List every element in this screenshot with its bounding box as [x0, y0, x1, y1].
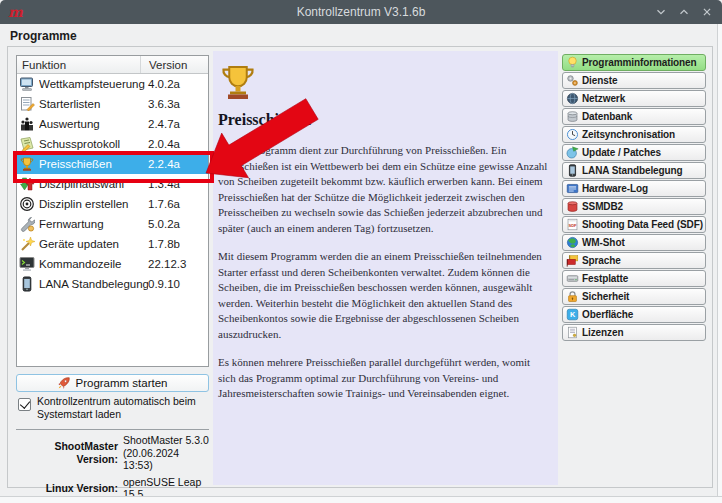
version-info: ShootMaster Version:ShootMaster 5.3.0 (2… [16, 434, 214, 503]
rocket-icon [57, 376, 71, 390]
version-label: Linux Version: [16, 482, 118, 495]
start-program-label: Programm starten [75, 377, 167, 389]
description-paragraph-3: Es können mehrere Preisschießen parallel… [218, 355, 548, 402]
detail-panel: Preisschießen Dieses Programm dient zur … [213, 51, 558, 485]
sidebar-label: Update / Patches [582, 147, 661, 158]
sidebar-button-wm-shot[interactable]: WM-Shot [562, 234, 706, 251]
sidebar-button-sprache[interactable]: Sprache [562, 252, 706, 269]
function-label: Preisschießen [39, 158, 148, 170]
sidebar-button-festplatte[interactable]: Festplatte [562, 270, 706, 287]
protocol-icon [19, 136, 35, 152]
svg-text:SDF: SDF [569, 223, 577, 228]
function-label: Geräte updaten [39, 238, 148, 250]
autostart-checkbox[interactable]: Kontrollzentrum automatisch beim Systems… [18, 395, 208, 420]
table-row-disziplinauswahl[interactable]: Disziplinauswahl1.3.4a [17, 174, 208, 194]
function-label: Fernwartung [39, 218, 148, 230]
table-row-starterlisten[interactable]: Starterlisten3.6.3a [17, 94, 208, 114]
minimize-button[interactable] [654, 5, 668, 19]
function-table: FunktionVersion Wettkampfsteuerung4.0.2a… [16, 55, 209, 367]
version-value: 5.0.2a [148, 218, 208, 230]
detail-title: Preisschießen [218, 111, 548, 129]
version-value: 2.2.4a [148, 158, 208, 170]
sidebar-button-dienste[interactable]: Dienste [562, 72, 706, 89]
version-value: 1.3.4a [148, 178, 208, 190]
table-row-kommandozeile[interactable]: Kommandozeile22.12.3 [17, 254, 208, 274]
table-row-auswertung[interactable]: Auswertung2.4.7a [17, 114, 208, 134]
table-body: Wettkampfsteuerung4.0.2aStarterlisten3.6… [17, 74, 208, 294]
svg-text:K: K [570, 310, 576, 319]
function-label: Auswertung [39, 118, 148, 130]
table-row-fernwartung[interactable]: Fernwartung5.0.2a [17, 214, 208, 234]
sidebar-button-lizenzen[interactable]: Lizenzen [562, 324, 706, 341]
clock-icon [566, 128, 579, 141]
sidebar-button-oberflaeche[interactable]: KOberfläche [562, 306, 706, 323]
sidebar-label: LANA Standbelegung [582, 165, 683, 176]
function-label: Disziplinauswahl [39, 178, 148, 190]
sidebar-label: Hardware-Log [582, 183, 648, 194]
sidebar-label: Programminformationen [582, 57, 697, 68]
table-row-preisschiessen[interactable]: Preisschießen2.2.4a [17, 154, 208, 174]
sidebar-button-hardware-log[interactable]: Hardware-Log [562, 180, 706, 197]
sidebar-label: Lizenzen [582, 327, 623, 338]
sidebar-label: Zeitsynchronisation [582, 129, 675, 140]
autostart-label: Kontrollzentrum automatisch beim Systems… [37, 395, 208, 420]
gears-icon [566, 74, 579, 87]
database-icon [566, 110, 579, 123]
close-button[interactable] [700, 5, 714, 19]
table-row-lana-standbelegung[interactable]: LANA Standbelegung0.9.10 [17, 274, 208, 294]
magic-wand-icon [19, 236, 35, 252]
maximize-button[interactable] [677, 5, 691, 19]
window-frame-bottom [0, 496, 722, 503]
column-header-version[interactable]: Version [141, 59, 187, 71]
globe-update-icon [566, 146, 579, 159]
function-label: Starterlisten [39, 98, 148, 110]
sidebar-button-ssmdb2[interactable]: SSMDB2 [562, 198, 706, 215]
sidebar-button-zeitsynchronisation[interactable]: Zeitsynchronisation [562, 126, 706, 143]
table-row-wettkampfsteuerung[interactable]: Wettkampfsteuerung4.0.2a [17, 74, 208, 94]
version-value: ShootMaster 5.3.0 (20.06.2024 13:53) [123, 434, 211, 472]
sdf-doc-icon: SDF [566, 218, 579, 231]
function-label: LANA Standbelegung [39, 278, 148, 290]
app-window: m Kontrollzentrum V3.1.6b Programme Funk… [0, 0, 722, 503]
sidebar-label: Sprache [582, 255, 621, 266]
function-label: Kommandozeile [39, 258, 148, 270]
table-row-schussprotokoll[interactable]: Schussprotokoll2.0.4a [17, 134, 208, 154]
bulb-icon [566, 56, 579, 69]
smartphone-icon [566, 164, 579, 177]
red-db-icon [566, 200, 579, 213]
divider [16, 429, 209, 430]
sidebar-button-sicherheit[interactable]: Sicherheit [562, 288, 706, 305]
table-row-disziplin-erstellen[interactable]: Disziplin erstellen1.7.6a [17, 194, 208, 214]
checkbox-box[interactable] [18, 398, 31, 411]
globe-green-icon [566, 236, 579, 249]
wrench-icon [19, 216, 35, 232]
target-icon [19, 196, 35, 212]
computer-icon [19, 76, 35, 92]
hardware-log-icon [566, 182, 579, 195]
table-header: FunktionVersion [17, 56, 208, 74]
sidebar-label: Datenbank [582, 111, 632, 122]
description-paragraph-1: Dieses Programm dient zur Durchführung v… [218, 143, 548, 236]
sidebar-button-programminformationen[interactable]: Programminformationen [562, 54, 706, 71]
column-header-funktion[interactable]: Funktion [17, 56, 141, 73]
version-info-row: ShootMaster Version:ShootMaster 5.3.0 (2… [16, 434, 214, 472]
terminal-icon [19, 256, 35, 272]
programme-section-label: Programme [10, 29, 77, 43]
sidebar-label: Shooting Data Feed (SDF) [582, 219, 703, 230]
sidebar-button-netzwerk[interactable]: Netzwerk [562, 90, 706, 107]
kde-icon: K [566, 308, 579, 321]
function-label: Disziplin erstellen [39, 198, 148, 210]
sidebar-label: SSMDB2 [582, 201, 623, 212]
version-value: 22.12.3 [148, 258, 208, 270]
version-value: 1.7.8b [148, 238, 208, 250]
version-value: 2.0.4a [148, 138, 208, 150]
settings-sidebar: ProgramminformationenDiensteNetzwerkDate… [562, 54, 706, 342]
start-program-button[interactable]: Programm starten [16, 374, 209, 392]
sidebar-button-datenbank[interactable]: Datenbank [562, 108, 706, 125]
sidebar-button-lana-standbelegung[interactable]: LANA Standbelegung [562, 162, 706, 179]
sidebar-button-update-patches[interactable]: Update / Patches [562, 144, 706, 161]
table-row-geraete-updaten[interactable]: Geräte updaten1.7.8b [17, 234, 208, 254]
programme-groupbox: FunktionVersion Wettkampfsteuerung4.0.2a… [7, 46, 713, 488]
sidebar-button-shooting-data-feed-sdf[interactable]: SDFShooting Data Feed (SDF) [562, 216, 706, 233]
function-label: Schussprotokoll [39, 138, 148, 150]
